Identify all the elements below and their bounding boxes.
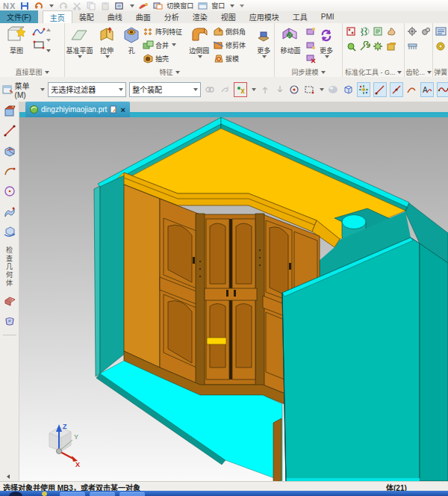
offset-region-icon[interactable]	[305, 25, 316, 38]
snap-point-on-curve-icon[interactable]: A	[420, 82, 434, 97]
selection-filter-combo[interactable]: 无选择过滤器	[48, 82, 126, 97]
feature-more-button[interactable]: 更多	[254, 25, 273, 58]
switch-window-icon[interactable]	[152, 1, 163, 10]
std-box-icon[interactable]	[386, 41, 397, 53]
paste-icon[interactable]	[100, 1, 111, 10]
pattern-feature-button[interactable]: 阵列特征	[143, 25, 185, 38]
part-tab[interactable]: dingzhiyimaojian.prt ×	[25, 102, 130, 117]
window-dropdown-icon[interactable]	[230, 4, 234, 7]
tab-tools[interactable]: 工具	[286, 10, 314, 24]
sketch-scroll-up-icon[interactable]	[46, 25, 51, 35]
line-tool-icon[interactable]	[3, 124, 16, 139]
snap-center-icon[interactable]	[289, 83, 301, 96]
draft-button[interactable]: 拔模	[213, 52, 254, 65]
view-orient-dropdown-icon[interactable]	[130, 4, 134, 7]
tab-home[interactable]: 主页	[43, 10, 72, 25]
tab-file[interactable]: 文件(F)	[0, 10, 38, 24]
save-button[interactable]	[19, 1, 30, 10]
bounded-plane-icon[interactable]	[3, 314, 16, 329]
sketch-gallery-icon[interactable]	[46, 46, 51, 56]
move-down-icon[interactable]	[274, 83, 286, 96]
qat-customize-icon[interactable]	[240, 4, 244, 7]
taskbar-tray-icon[interactable]	[42, 492, 47, 496]
related-objects-icon[interactable]	[204, 83, 216, 96]
gear2-icon[interactable]	[420, 26, 432, 38]
part-navigator-icon[interactable]	[3, 104, 16, 119]
highlight-filter-icon[interactable]	[234, 82, 247, 97]
std-spring-icon[interactable]	[359, 26, 370, 38]
mesh-tool-icon[interactable]	[3, 294, 16, 309]
tab-pmi[interactable]: PMI	[314, 12, 341, 22]
snap-midpoint-icon[interactable]	[390, 82, 403, 97]
spring-coil-icon[interactable]	[435, 41, 447, 53]
group-dialog-icon[interactable]	[427, 71, 432, 74]
extrude-button[interactable]: 拉伸	[93, 25, 121, 58]
view-orient-button[interactable]	[114, 1, 125, 10]
start-button[interactable]	[9, 492, 22, 496]
datum-plane-button[interactable]: 基准平面	[66, 25, 93, 58]
sketch-curve-icon[interactable]	[32, 25, 46, 38]
replace-face-icon[interactable]	[305, 38, 316, 52]
taskbar-window-button[interactable]	[90, 492, 115, 496]
gear1-icon[interactable]	[407, 26, 418, 38]
tab-analysis[interactable]: 分析	[158, 10, 186, 24]
window-button[interactable]: 窗口	[211, 1, 225, 10]
unite-button[interactable]: 合并	[143, 38, 185, 52]
move-face-button[interactable]: 移动面	[276, 25, 305, 55]
snap-point-toggle-icon[interactable]	[357, 82, 370, 97]
collapse-panel-icon[interactable]	[7, 474, 10, 479]
std-pattern-icon[interactable]	[346, 26, 357, 38]
group-dialog-icon[interactable]	[397, 71, 402, 74]
tab-surface[interactable]: 曲面	[129, 10, 158, 24]
gear-rack-icon[interactable]	[407, 41, 418, 53]
copy-icon[interactable]	[86, 1, 96, 10]
trim-body-button[interactable]: 修剪体	[213, 38, 254, 52]
snap-endpoint-icon[interactable]	[373, 82, 387, 97]
std-wrench-icon[interactable]	[359, 41, 370, 53]
taskbar-window-button[interactable]	[119, 492, 145, 496]
sketch-button[interactable]: 草图	[1, 25, 32, 55]
hole-button[interactable]: 孔	[120, 25, 143, 55]
tab-render[interactable]: 渲染	[186, 10, 214, 24]
tab-assemblies[interactable]: 装配	[72, 10, 101, 24]
tab-view[interactable]: 视图	[214, 10, 243, 24]
rotate-view-icon[interactable]	[3, 225, 16, 240]
tab-application[interactable]: 应用模块	[243, 10, 286, 24]
arc-tool-icon[interactable]	[3, 164, 16, 179]
surface-tool-icon[interactable]	[3, 205, 16, 220]
windows-taskbar[interactable]	[0, 491, 448, 496]
std-hand-icon[interactable]	[386, 26, 397, 38]
stop-selection-icon[interactable]	[219, 83, 231, 96]
tab-curve[interactable]: 曲线	[101, 10, 129, 24]
move-up-icon[interactable]	[259, 83, 271, 96]
block-tool-icon[interactable]	[3, 144, 16, 159]
selection-rectangle-icon[interactable]	[303, 83, 315, 96]
redo-button[interactable]	[57, 1, 68, 10]
switch-window-button[interactable]: 切换窗口	[167, 1, 193, 10]
std-tool1-icon[interactable]	[346, 41, 357, 53]
edge-blend-button[interactable]: 边倒圆	[185, 25, 213, 58]
close-part-icon[interactable]: ×	[120, 105, 125, 114]
snap-spline-icon[interactable]	[437, 82, 448, 97]
sketch-rectangle-icon[interactable]	[32, 38, 46, 52]
highlight-filter-dropdown-icon[interactable]	[252, 88, 256, 91]
delete-face-icon[interactable]	[305, 52, 316, 65]
menu-button[interactable]: 菜单(M)	[2, 80, 45, 99]
undo-button[interactable]	[34, 1, 44, 10]
group-dialog-icon[interactable]	[175, 71, 180, 74]
spring-list-icon[interactable]	[435, 26, 447, 38]
group-dialog-icon[interactable]	[45, 71, 49, 74]
render-style-button[interactable]	[138, 1, 149, 10]
group-dialog-icon[interactable]	[321, 71, 326, 74]
sync-more-button[interactable]: 更多	[316, 25, 337, 58]
chamfer-button[interactable]: 倒斜角	[213, 25, 254, 38]
undo-dropdown-icon[interactable]	[49, 4, 54, 7]
wireframe-view-icon[interactable]	[342, 83, 354, 96]
shaded-view-icon[interactable]	[327, 83, 339, 96]
sketch-scroll-down-icon[interactable]	[46, 35, 51, 46]
examine-geometry-label[interactable]: 检查几何体	[4, 247, 14, 288]
snap-tangent-icon[interactable]	[406, 83, 418, 96]
graphics-window[interactable]: Y Z X	[19, 117, 448, 481]
std-gear-tool-icon[interactable]	[373, 41, 384, 53]
shell-button[interactable]: 抽壳	[143, 52, 185, 65]
